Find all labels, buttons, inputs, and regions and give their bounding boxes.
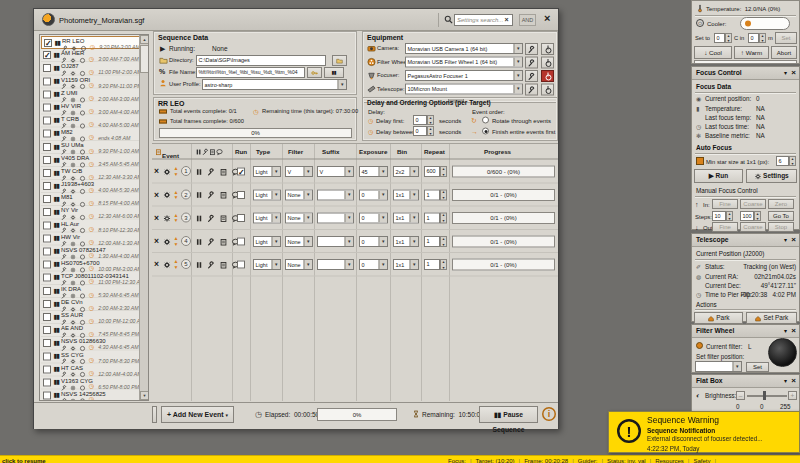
target-checkbox[interactable] [43, 51, 51, 59]
type-combo[interactable]: Light [253, 236, 281, 247]
pause-target-icon[interactable]: ▮▮ [54, 208, 60, 215]
target-checkbox[interactable] [44, 39, 52, 47]
repeat-field[interactable]: 1 [424, 236, 440, 247]
notification-toast[interactable]: ! Sequence Warning Sequence Notification… [608, 411, 800, 453]
stop-button[interactable]: Stop [768, 222, 794, 232]
pause-target-icon[interactable]: ▮▮ [54, 169, 60, 176]
pause-target-icon[interactable]: ▮▮ [54, 365, 60, 372]
pause-target-icon[interactable]: ▮▮ [54, 117, 60, 124]
pause-event-icon[interactable] [195, 214, 203, 223]
target-checkbox[interactable] [43, 313, 51, 321]
run-checkbox[interactable] [237, 261, 245, 269]
bin-combo[interactable]: 1x1 [393, 189, 419, 200]
finish-entire-radio[interactable] [482, 128, 489, 135]
bin-combo[interactable]: 1x1 [393, 236, 419, 247]
target-checkbox[interactable] [43, 221, 51, 229]
event-settings-icon[interactable] [163, 260, 171, 269]
brightness-slider-thumb[interactable] [763, 391, 766, 400]
target-list-item[interactable]: ▮▮ TW CrB ◷ 12:30 AM-3:30 AM [41, 167, 140, 180]
close-panel-icon[interactable]: × [791, 235, 796, 244]
pause-target-icon[interactable]: ▮▮ [54, 130, 60, 137]
equipment-settings-button[interactable] [525, 84, 538, 96]
min-star-spinner[interactable] [789, 156, 796, 166]
equipment-power-button[interactable] [541, 84, 554, 96]
target-checkbox[interactable] [43, 195, 51, 203]
filter-combo[interactable]: None [285, 236, 313, 247]
suffix-combo[interactable] [317, 213, 354, 224]
event-settings-icon[interactable] [163, 190, 171, 199]
out-coarse-button[interactable]: Coarse [740, 222, 766, 232]
steps-fine-field[interactable]: 10 [712, 211, 726, 221]
equipment-combo[interactable]: Moravian USB Filter Wheel 1 (64 bit) [405, 57, 523, 68]
park-button[interactable]: Park [694, 312, 743, 324]
target-checkbox[interactable] [43, 156, 51, 164]
pause-target-icon[interactable]: ▮▮ [54, 274, 60, 281]
run-autofocus-button[interactable]: ▶ Run [694, 169, 743, 183]
delete-event-icon[interactable]: × [154, 236, 159, 246]
delete-event-icon[interactable]: × [154, 213, 159, 223]
target-list-item[interactable]: ▮▮ HS0705+6700 ◷ 10:00 PM-3:00 AM [41, 259, 140, 272]
out-fine-button[interactable]: Fine [712, 222, 738, 232]
delay-between-field[interactable]: 0 [413, 126, 427, 136]
event-notes-icon[interactable] [219, 167, 227, 176]
repeat-field[interactable]: 1 [424, 259, 440, 270]
clear-search-icon[interactable]: × [505, 15, 509, 23]
target-list-item[interactable]: ▮▮ RR LEO ◷ 9:20 PM-3:00 AM [41, 36, 140, 49]
cooler-toggle[interactable] [740, 17, 790, 30]
type-combo[interactable]: Light [253, 213, 281, 224]
pause-target-icon[interactable]: ▮▮ [54, 339, 60, 346]
target-list-item[interactable]: ▮▮ HV VIR ◷ 3:00 AM-4:00 AM [41, 101, 140, 114]
target-checkbox[interactable] [43, 208, 51, 216]
close-window-button[interactable]: × [544, 12, 550, 25]
exposure-combo[interactable]: 45 [359, 166, 388, 177]
add-new-event-button[interactable]: + Add New Event ▾ [161, 406, 234, 423]
target-checkbox[interactable] [43, 182, 51, 190]
target-list-item[interactable]: ▮▮ AM HER ◷ 3:00 AM-7:00 AM [41, 49, 140, 62]
pause-target-icon[interactable]: ▮▮ [54, 326, 60, 333]
pause-target-icon[interactable]: ▮▮ [55, 39, 61, 46]
steps-fine-spinner[interactable] [726, 211, 733, 221]
target-checkbox[interactable] [43, 365, 51, 373]
equipment-power-button[interactable] [541, 70, 554, 82]
repeat-spinner[interactable] [440, 189, 447, 200]
target-checkbox[interactable] [43, 169, 51, 177]
filter-combo[interactable]: None [285, 189, 313, 200]
event-settings-icon[interactable] [163, 214, 171, 223]
pause-target-icon[interactable]: ▮▮ [54, 51, 60, 58]
pause-target-icon[interactable]: ▮▮ [54, 143, 60, 150]
delete-event-icon[interactable]: × [154, 260, 159, 270]
target-checkbox[interactable] [43, 326, 51, 334]
reorder-event-icons[interactable]: ▲▼ [173, 212, 179, 223]
target-list-item[interactable]: ▮▮ V1363 CYG ◷ 6:50 PM-8:00 PM [41, 376, 140, 389]
target-checkbox[interactable] [43, 64, 51, 72]
warm-button[interactable]: ↑ Warm [734, 46, 769, 59]
in-fine-button[interactable]: Fine [712, 199, 738, 209]
suffix-combo[interactable] [317, 189, 354, 200]
suffix-combo[interactable]: V [317, 166, 354, 177]
target-list-item[interactable]: ▮▮ J1938+4603 ◷ 4:00 AM-5:30 AM [41, 180, 140, 193]
repeat-spinner[interactable] [440, 236, 447, 247]
target-checkbox[interactable] [43, 77, 51, 85]
target-list-item[interactable]: ▮▮ HT CAS ◷ 12:00 AM-4:00 AM [41, 363, 140, 376]
target-checkbox[interactable] [43, 300, 51, 308]
target-checkbox[interactable] [43, 392, 51, 400]
target-list-item[interactable]: ▮▮ NSVS 07826147 ◷ 1:30 AM-4:00 AM [41, 246, 140, 259]
target-checkbox[interactable] [43, 287, 51, 295]
gear-icon[interactable] [70, 398, 76, 401]
equipment-power-button[interactable] [541, 57, 554, 69]
target-list-item[interactable]: ▮▮ IK DRA ◷ 5:30 AM-6:45 AM [41, 285, 140, 298]
event-notes-icon[interactable] [219, 191, 227, 200]
target-checkbox[interactable] [43, 130, 51, 138]
target-list-item[interactable]: ▮▮ SS AUR ◷ 10:00 PM-12:00 AM [41, 311, 140, 324]
pause-target-icon[interactable]: ▮▮ [54, 287, 60, 294]
target-checkbox[interactable] [43, 339, 51, 347]
pin-icon[interactable]: ▾ [784, 327, 787, 334]
delay-first-field[interactable]: 0 [413, 115, 427, 125]
rotate-icon[interactable] [79, 398, 85, 401]
run-checkbox[interactable] [237, 237, 245, 245]
pause-target-icon[interactable]: ▮▮ [54, 195, 60, 202]
wrench-icon[interactable] [61, 398, 67, 401]
set-park-button[interactable]: Set Park [746, 312, 797, 324]
equipment-settings-button[interactable] [525, 57, 538, 69]
exposure-combo[interactable]: 0 [359, 189, 388, 200]
